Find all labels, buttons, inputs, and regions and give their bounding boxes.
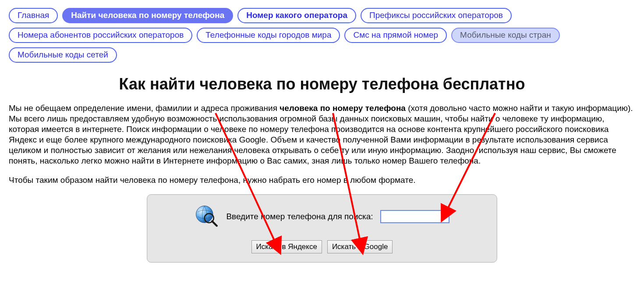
nav-item-country-codes[interactable]: Мобильные коды стран (451, 28, 560, 43)
intro-text-before: Мы не обещаем определение имени, фамилии… (9, 103, 280, 113)
nav-item-find-by-phone[interactable]: Найти человека по номеру телефона (62, 8, 233, 23)
instruction-paragraph: Чтобы таким образом найти человека по но… (9, 175, 635, 185)
nav-item-operator-number[interactable]: Номер какого оператора (237, 8, 356, 23)
intro-text-bold: человека по номеру телефона (280, 103, 406, 113)
search-google-button[interactable]: Искать в Google (327, 240, 393, 253)
top-nav: Главная Найти человека по номеру телефон… (9, 8, 635, 63)
search-row: Введите номер телефона для поиска: (159, 204, 485, 229)
search-panel: Введите номер телефона для поиска: Искат… (147, 194, 497, 263)
nav-item-city-codes[interactable]: Телефонные коды городов мира (197, 28, 340, 43)
nav-item-network-codes[interactable]: Мобильные коды сетей (9, 47, 117, 63)
search-yandex-button[interactable]: Искать в Яндексе (251, 240, 322, 253)
intro-paragraph: Мы не обещаем определение имени, фамилии… (9, 103, 635, 166)
nav-item-sms-direct[interactable]: Смс на прямой номер (344, 28, 447, 43)
nav-item-main[interactable]: Главная (9, 8, 58, 23)
page-title: Как найти человека по номеру телефона бе… (9, 75, 635, 93)
nav-item-operator-prefixes[interactable]: Префиксы российских операторов (361, 8, 512, 23)
phone-input[interactable] (380, 210, 449, 223)
search-label: Введите номер телефона для поиска: (226, 212, 373, 221)
search-buttons-row: Искать в Яндексе Искать в Google (159, 240, 485, 253)
intro-text-after: (хотя довольно часто можно найти и такую… (9, 103, 633, 165)
nav-item-operator-subscribers[interactable]: Номера абонентов российских операторов (9, 28, 192, 43)
svg-line-2 (212, 221, 217, 226)
globe-search-icon (195, 204, 219, 229)
